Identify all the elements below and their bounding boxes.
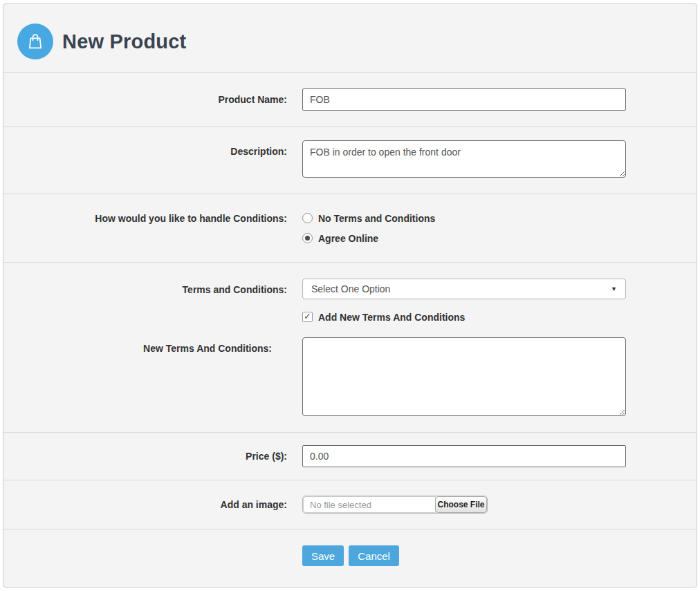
- cancel-button[interactable]: Cancel: [349, 545, 399, 566]
- product-name-row: Product Name:: [3, 73, 697, 126]
- new-terms-textarea[interactable]: [302, 337, 626, 416]
- product-name-input[interactable]: [302, 88, 626, 111]
- conditions-row: How would you like to handle Conditions:…: [3, 194, 697, 262]
- add-new-terms-checkbox[interactable]: [302, 312, 313, 322]
- conditions-label: How would you like to handle Conditions:: [3, 212, 302, 224]
- description-row: Description: FOB in order to open the fr…: [3, 126, 697, 194]
- price-input[interactable]: [302, 445, 626, 467]
- no-terms-radio[interactable]: [302, 213, 313, 223]
- terms-select-value: Select One Option: [311, 283, 611, 294]
- product-name-label: Product Name:: [3, 94, 302, 105]
- image-label: Add an image:: [3, 499, 302, 510]
- agree-online-label: Agree Online: [318, 233, 378, 244]
- add-new-terms-option[interactable]: Add New Terms And Conditions: [302, 311, 697, 323]
- no-terms-option[interactable]: No Terms and Conditions: [302, 212, 697, 224]
- new-terms-label: New Terms And Conditions:: [3, 337, 287, 416]
- file-input[interactable]: No file selected Choose File: [302, 496, 488, 514]
- terms-select[interactable]: Select One Option ▼: [302, 279, 626, 299]
- file-status-text: No file selected: [303, 496, 436, 513]
- new-product-panel: New Product Product Name: Description: F…: [3, 3, 697, 588]
- price-row: Price ($):: [3, 432, 697, 480]
- shopping-bag-icon: [17, 24, 53, 59]
- terms-row: Terms and Conditions: Select One Option …: [3, 262, 697, 432]
- choose-file-button[interactable]: Choose File: [435, 496, 487, 513]
- image-row: Add an image: No file selected Choose Fi…: [3, 480, 697, 529]
- no-terms-label: No Terms and Conditions: [318, 213, 435, 224]
- actions-row: Save Cancel: [3, 529, 697, 587]
- add-new-terms-label: Add New Terms And Conditions: [318, 312, 465, 323]
- page-header: New Product: [3, 4, 697, 73]
- terms-label: Terms and Conditions:: [3, 279, 302, 295]
- description-textarea[interactable]: FOB in order to open the front door: [302, 140, 626, 178]
- price-label: Price ($):: [3, 451, 302, 462]
- description-label: Description:: [3, 140, 302, 157]
- agree-online-option[interactable]: Agree Online: [302, 232, 697, 244]
- page-title: New Product: [62, 30, 186, 53]
- chevron-down-icon: ▼: [611, 285, 617, 292]
- agree-online-radio[interactable]: [302, 233, 313, 243]
- save-button[interactable]: Save: [302, 545, 344, 566]
